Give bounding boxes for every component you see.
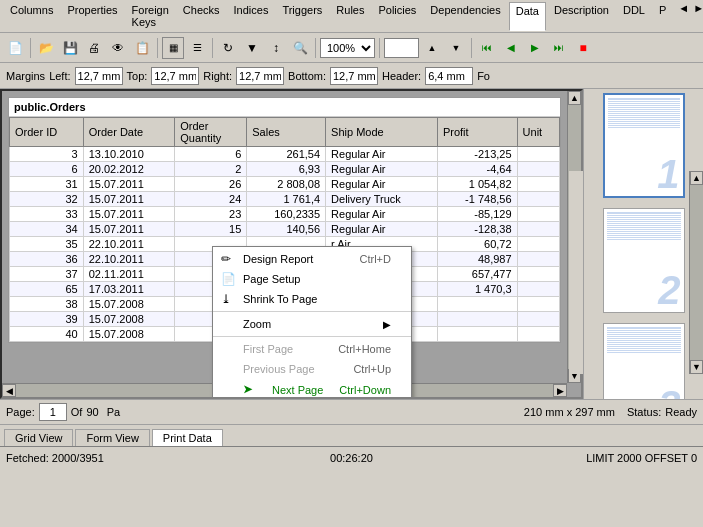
table-cell	[517, 162, 559, 177]
table-cell: 657,477	[437, 267, 517, 282]
toolbar-form[interactable]: ☰	[186, 37, 208, 59]
ctx-shrink-label: Shrink To Page	[243, 293, 317, 305]
toolbar-page-up[interactable]: ▲	[421, 37, 443, 59]
menu-bar: Columns Properties Foreign Keys Checks I…	[0, 0, 703, 33]
status-bar: Fetched: 2000/3951 00:26:20 LIMIT 2000 O…	[0, 446, 703, 468]
table-cell: 15.07.2008	[83, 312, 175, 327]
tab-print-data[interactable]: Print Data	[152, 429, 223, 446]
table-cell: 65	[10, 282, 84, 297]
toolbar-save[interactable]: 💾	[59, 37, 81, 59]
ctx-next-page[interactable]: ➤ Next Page Ctrl+Down	[213, 379, 411, 399]
table-cell: Regular Air	[326, 177, 438, 192]
page-input[interactable]: 1	[384, 38, 419, 58]
table-cell: Regular Air	[326, 147, 438, 162]
ctx-page-setup[interactable]: 📄 Page Setup	[213, 269, 411, 289]
ctx-prev-page[interactable]: Previous Page Ctrl+Up	[213, 359, 411, 379]
toolbar-page-down[interactable]: ▼	[445, 37, 467, 59]
toolbar-refresh[interactable]: ↻	[217, 37, 239, 59]
toolbar-preview[interactable]: 👁	[107, 37, 129, 59]
tab-grid-view[interactable]: Grid View	[4, 429, 73, 446]
bottom-input[interactable]	[330, 67, 378, 85]
ctx-prev-shortcut: Ctrl+Up	[353, 363, 391, 375]
tab-form-view[interactable]: Form View	[75, 429, 149, 446]
table-cell	[437, 297, 517, 312]
header-input[interactable]	[425, 67, 473, 85]
menu-rules[interactable]: Rules	[330, 2, 370, 30]
ctx-prev-page-label: Previous Page	[243, 363, 315, 375]
col-order-qty: OrderQuantity	[175, 118, 247, 147]
table-cell: 15.07.2011	[83, 222, 175, 237]
toolbar-filter[interactable]: ▼	[241, 37, 263, 59]
table-cell	[517, 312, 559, 327]
menu-columns[interactable]: Columns	[4, 2, 59, 30]
table-cell	[517, 147, 559, 162]
status-label: Status:	[627, 406, 661, 418]
toolbar-stop[interactable]: ■	[572, 37, 594, 59]
menu-checks[interactable]: Checks	[177, 2, 226, 30]
page-thumb-2[interactable]: 2	[603, 208, 685, 313]
table-cell: 2 808,08	[247, 177, 326, 192]
ctx-page-setup-label: Page Setup	[243, 273, 301, 285]
table-cell: 15.07.2011	[83, 177, 175, 192]
ctx-design-report[interactable]: ✏ Design Report Ctrl+D	[213, 249, 411, 269]
zoom-select[interactable]: 100% 75% 150%	[320, 38, 375, 58]
status-value: Ready	[665, 406, 697, 418]
toolbar-table[interactable]: ▦	[162, 37, 184, 59]
menu-p[interactable]: P	[653, 2, 672, 30]
table-cell: 35	[10, 237, 84, 252]
page-thumb-1[interactable]: 1	[603, 93, 685, 198]
table-cell	[517, 177, 559, 192]
left-input[interactable]	[75, 67, 123, 85]
toolbar-print[interactable]: 🖨	[83, 37, 105, 59]
toolbar-sort[interactable]: ↕	[265, 37, 287, 59]
table-cell: 22.10.2011	[83, 252, 175, 267]
menu-triggers[interactable]: Triggers	[276, 2, 328, 30]
thumb-3-number: 3	[658, 385, 680, 399]
thumb-container-1[interactable]: 1	[588, 93, 699, 198]
col-unit: Unit	[517, 118, 559, 147]
ctx-zoom[interactable]: Zoom ▶	[213, 314, 411, 334]
top-input[interactable]	[151, 67, 199, 85]
table-cell: 6	[10, 162, 84, 177]
menu-properties[interactable]: Properties	[61, 2, 123, 30]
total-pages: 90	[86, 406, 98, 418]
thumb-2-number: 2	[658, 270, 680, 310]
table-cell: 6	[175, 147, 247, 162]
toolbar-last[interactable]: ⏭	[548, 37, 570, 59]
right-scrollbar[interactable]: ▲ ▼	[689, 171, 703, 374]
toolbar-prev[interactable]: ◀	[500, 37, 522, 59]
page-number-input[interactable]	[39, 403, 67, 421]
ctx-zoom-label: Zoom	[243, 318, 271, 330]
thumb-container-3[interactable]: 3	[588, 323, 699, 399]
table-cell: 2	[175, 162, 247, 177]
col-order-date: Order Date	[83, 118, 175, 147]
right-input[interactable]	[236, 67, 284, 85]
table-cell: 160,2335	[247, 207, 326, 222]
ctx-first-page[interactable]: First Page Ctrl+Home	[213, 339, 411, 359]
toolbar-first[interactable]: ⏮	[476, 37, 498, 59]
ctx-shrink-to-page[interactable]: ⤓ Shrink To Page	[213, 289, 411, 309]
ctx-sep-2	[213, 336, 411, 337]
table-cell: 37	[10, 267, 84, 282]
menu-ddl[interactable]: DDL	[617, 2, 651, 30]
menu-foreign-keys[interactable]: Foreign Keys	[126, 2, 175, 30]
menu-data[interactable]: Data	[509, 2, 546, 31]
page-thumb-3[interactable]: 3	[603, 323, 685, 399]
toolbar-new[interactable]: 📄	[4, 37, 26, 59]
table-cell: 20.02.2012	[83, 162, 175, 177]
toolbar-copy[interactable]: 📋	[131, 37, 153, 59]
menu-dependencies[interactable]: Dependencies	[424, 2, 506, 30]
table-cell: 40	[10, 327, 84, 342]
thumb-container-2[interactable]: 2	[588, 208, 699, 313]
toolbar-open[interactable]: 📂	[35, 37, 57, 59]
col-profit: Profit	[437, 118, 517, 147]
menu-description[interactable]: Description	[548, 2, 615, 30]
menu-policies[interactable]: Policies	[372, 2, 422, 30]
toolbar-next[interactable]: ▶	[524, 37, 546, 59]
table-cell	[517, 327, 559, 342]
toolbar-search[interactable]: 🔍	[289, 37, 311, 59]
limit-info: LIMIT 2000 OFFSET 0	[410, 452, 698, 464]
menu-indices[interactable]: Indices	[228, 2, 275, 30]
table-cell: 15.07.2008	[83, 327, 175, 342]
table-cell	[517, 282, 559, 297]
